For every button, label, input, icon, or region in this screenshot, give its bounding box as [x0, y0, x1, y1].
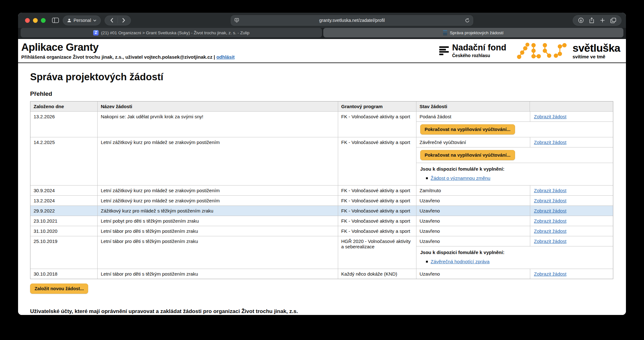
minimize-window-button[interactable] [33, 18, 38, 23]
status-line: Závěrečné vyúčtováníZobrazit žádost [416, 137, 613, 147]
request-program: HGŘ 2020 - Volnočasové aktivity a sebere… [338, 236, 416, 269]
view-request-link[interactable]: Zobrazit žádost [534, 239, 567, 244]
column-header: Založeno dne [30, 101, 97, 111]
request-date: 30.10.2018 [30, 269, 97, 279]
view-request-cell: Zobrazit žádost [530, 137, 613, 147]
view-request-link[interactable]: Zobrazit žádost [534, 114, 567, 119]
column-header [530, 101, 613, 111]
table-row: 25.10.2019Letní tábor pro děti s těžkým … [30, 236, 613, 269]
available-forms-row: Jsou k dispozici fomuláře k vyplnění:Žád… [416, 163, 613, 185]
view-request-cell: Zobrazit žádost [530, 112, 613, 121]
status-line: Podaná žádostZobrazit žádost [416, 112, 613, 121]
request-date: 13.2.2024 [30, 196, 97, 206]
view-request-link[interactable]: Zobrazit žádost [534, 188, 567, 193]
request-name: Letní zážitkový kurz pro mládež se zrako… [97, 186, 338, 195]
view-request-cell: Zobrazit žádost [530, 186, 613, 195]
nadacni-fond-logo: Nadační fond Českého rozhlasu [439, 43, 506, 58]
form-link[interactable]: Závěrečná hodnotící zpráva [431, 259, 490, 264]
request-status-area: Závěrečné vyúčtováníZobrazit žádostPokra… [416, 137, 613, 185]
forms-list: Závěrečná hodnotící zpráva [426, 259, 609, 264]
request-program: FK - Volnočasové aktivity a sport [338, 206, 416, 216]
continue-row: Pokračovat na vyplňování vyúčtování... [416, 147, 613, 163]
profile-switcher[interactable]: Personal [63, 16, 101, 25]
continue-accounting-button[interactable]: Pokračovat na vyplňování vyúčtování... [420, 124, 515, 134]
view-request-cell: Zobrazit žádost [530, 196, 613, 206]
request-date: 30.9.2024 [30, 186, 97, 195]
column-header: Stav žádosti [416, 101, 530, 111]
zoom-window-button[interactable] [41, 18, 46, 23]
request-status-area: UzavřenoZobrazit žádost [416, 269, 613, 279]
view-request-cell: Zobrazit žádost [530, 226, 613, 236]
available-forms-row: Jsou k dispozici fomuláře k vyplnění:Záv… [416, 246, 613, 269]
nav-divider [118, 17, 118, 23]
close-window-button[interactable] [25, 18, 30, 23]
tab-overview-icon[interactable] [608, 16, 619, 25]
request-program: FK - Volnočasové aktivity a sport [338, 216, 416, 226]
reload-icon[interactable] [465, 18, 470, 23]
view-request-cell: Zobrazit žádost [530, 206, 613, 216]
request-program: Každý něco dokáže (KND) [338, 269, 416, 279]
window-controls [25, 18, 46, 23]
view-request-link[interactable]: Zobrazit žádost [534, 218, 567, 224]
table-row: 13.2.2026Nakopni se: Jak udělat prvník k… [30, 111, 613, 137]
table-row: 13.2.2024Letní zážitkový kurz pro mládež… [30, 195, 613, 206]
continue-accounting-button[interactable]: Pokračovat na vyplňování vyúčtování... [420, 150, 515, 160]
svetluska-logo: světluška svítíme ve tmě [516, 42, 621, 60]
tab-sprava-zadosti[interactable]: Správa projektových žádostí [323, 28, 623, 37]
downloads-icon[interactable] [576, 16, 586, 25]
forward-button[interactable] [119, 16, 129, 24]
forms-list: Žádost o významnou změnu [426, 175, 609, 181]
tab-zulip[interactable]: Z (21) #01 Organizacni > Grant Svetluska… [21, 28, 322, 37]
request-name: Letní tábor pro děti s těžkým postižením… [97, 226, 338, 236]
status-line: UzavřenoZobrazit žádost [416, 226, 613, 236]
view-request-link[interactable]: Zobrazit žádost [534, 198, 567, 203]
chevron-down-icon [93, 19, 96, 22]
request-program: FK - Volnočasové aktivity a sport [338, 226, 416, 236]
request-name: Nakopni se: Jak udělat prvník krok za sv… [97, 112, 338, 137]
browser-toolbar: Personal granty.svetluska.net/zadatel/pr… [18, 13, 626, 28]
logout-link[interactable]: odhlásit [216, 54, 235, 60]
sidebar-icon[interactable] [52, 17, 59, 23]
address-bar[interactable]: granty.svetluska.net/zadatel/profil [231, 15, 473, 26]
view-request-link[interactable]: Zobrazit žádost [534, 140, 567, 145]
table-row: 31.10.2020Letní tábor pro děti s těžkým … [30, 226, 613, 236]
status-line: UzavřenoZobrazit žádost [416, 206, 613, 216]
svetluska-title: světluška [573, 43, 621, 53]
view-request-link[interactable]: Zobrazit žádost [534, 271, 567, 277]
table-row: 14.2.2025Letní zážitkový kurz pro mládež… [30, 137, 613, 185]
form-link[interactable]: Žádost o významnou změnu [431, 175, 490, 181]
request-status: Závěrečné vyúčtování [416, 137, 530, 147]
forms-available-label: Jsou k dispozici fomuláře k vyplnění: [420, 166, 609, 172]
back-button[interactable] [107, 16, 117, 24]
page-settings-icon[interactable] [234, 18, 239, 23]
status-line: UzavřenoZobrazit žádost [416, 236, 613, 246]
request-date: 14.2.2025 [30, 137, 97, 185]
request-status: Podaná žádost [416, 112, 530, 121]
request-name: Letní zážitkový kurz pro mládež se zrako… [97, 196, 338, 206]
request-date: 29.9.2022 [30, 206, 97, 216]
new-request-button[interactable]: Založit novou žádost... [30, 284, 88, 294]
overview-table: Založeno dne Název žádosti Grantový prog… [30, 101, 613, 279]
forms-available-label: Jsou k dispozici fomuláře k vyplnění: [420, 250, 609, 255]
table-row: 29.9.2022Zážitkový kurz pro mládež s těž… [30, 206, 613, 216]
view-request-link[interactable]: Zobrazit žádost [534, 228, 567, 234]
share-icon[interactable] [586, 16, 597, 25]
request-status-area: ZamítnutoZobrazit žádost [416, 186, 613, 195]
request-name: Letní pobyt pro děti s těžkým postižením… [97, 216, 338, 226]
zulip-favicon: Z [93, 30, 99, 36]
tab-bar: Z (21) #01 Organizacni > Grant Svetluska… [18, 28, 626, 39]
view-request-cell: Zobrazit žádost [530, 216, 613, 226]
page-title: Správa projektových žádostí [30, 71, 613, 83]
request-status-area: UzavřenoZobrazit žádost [416, 226, 613, 236]
tab-title: (21) #01 Organizacni > Grant Svetluska (… [101, 30, 249, 35]
login-info-text: Přihlášená organizace Život trochu jinak… [21, 54, 215, 60]
view-request-link[interactable]: Zobrazit žádost [534, 208, 567, 213]
nadacni-fond-subtitle: Českého rozhlasu [452, 53, 506, 58]
new-tab-icon[interactable] [597, 16, 608, 25]
url-text: granty.svetluska.net/zadatel/profil [239, 18, 465, 23]
table-row: 30.10.2018Letní tábor pro děti s těžkým … [30, 269, 613, 279]
request-status-area: UzavřenoZobrazit žádost [416, 216, 613, 226]
request-program: FK - Volnočasové aktivity a sport [338, 112, 416, 137]
svetluska-subtitle: svítíme ve tmě [573, 54, 621, 59]
forms-list-item: Závěrečná hodnotící zpráva [426, 259, 609, 264]
